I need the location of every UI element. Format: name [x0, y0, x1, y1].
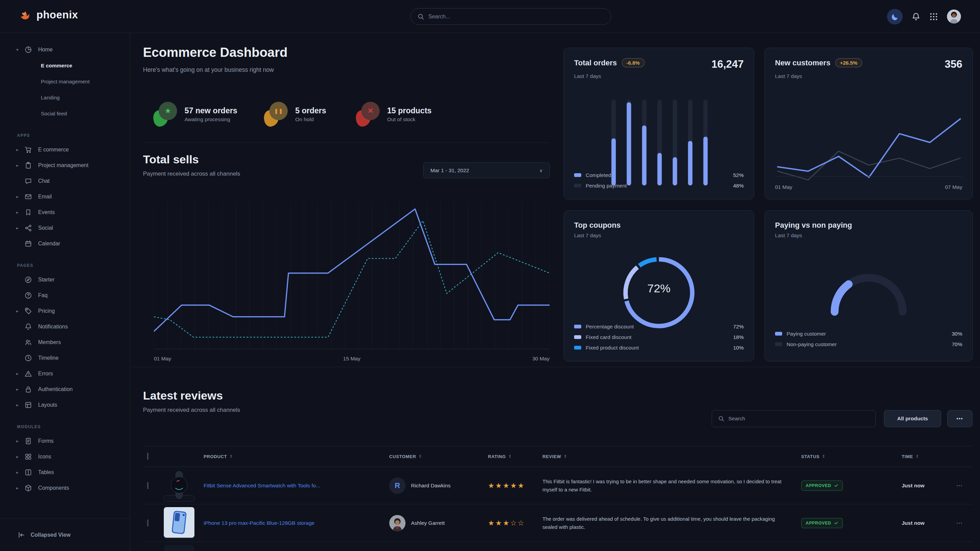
total-sells-x-labels: 01 May 15 May 30 May [154, 356, 550, 362]
legend-row: Pending payment 48% [574, 180, 744, 191]
caret-right-icon: ▸ [16, 454, 24, 459]
sidebar-subitem-social-feed[interactable]: Social feed [16, 105, 130, 122]
table-row: iPhone 13 pro max-Pacific Blue-128GB sto… [143, 504, 972, 542]
product-thumbnail[interactable] [164, 533, 195, 539]
caret-down-icon: ▾ [16, 47, 24, 52]
rating-stars: ★★★★★ [488, 481, 542, 490]
apps-grid-icon[interactable] [929, 12, 938, 21]
stat-label: Awating processing [185, 116, 237, 122]
sidebar-item-home[interactable]: ▾ Home [16, 42, 130, 57]
box-icon [24, 484, 32, 492]
sidebar-item-label: Forms [38, 438, 54, 444]
legend-chip [775, 342, 782, 346]
sidebar-item-errors[interactable]: ▸ Errors [16, 366, 130, 381]
legend-label: Fixed card discount [586, 334, 631, 340]
paying-vs-nonpaying-card: Paying vs non paying Last 7 days Paying … [764, 210, 973, 361]
sidebar-subitem-e-commerce[interactable]: E commerce [16, 57, 130, 73]
global-search-input[interactable] [428, 14, 604, 20]
row-checkbox[interactable] [147, 482, 148, 489]
sidebar-item-members[interactable]: Members [16, 335, 130, 350]
sidebar-item-authentication[interactable]: ▸ Authentication [16, 381, 130, 397]
legend-row: Completed 52% [574, 170, 744, 180]
user-avatar[interactable] [947, 10, 961, 24]
paying-gauge-chart [816, 259, 921, 319]
new-customers-card: New customers +26.5% 356 Last 7 days 01 … [764, 48, 973, 199]
sidebar-item-events[interactable]: ▸ Events [16, 205, 130, 220]
sidebar-item-icons[interactable]: ▸ Icons [16, 449, 130, 465]
sidebar-item-layouts[interactable]: ▸ Layouts [16, 397, 130, 413]
stat-value: 5 orders [295, 105, 326, 116]
brand-logo[interactable]: phoenix [19, 8, 78, 22]
star-badge-icon: ★ [153, 102, 178, 126]
sidebar-item-email[interactable]: ▸ Email [16, 189, 130, 205]
legend-value: 10% [733, 345, 744, 351]
sidebar-item-e-commerce[interactable]: ▸ E commerce [16, 142, 130, 157]
sidebar-item-timeline[interactable]: Timeline [16, 350, 130, 366]
notifications-bell-icon[interactable] [912, 12, 920, 21]
reviews-table: PRODUCT▲▼CUSTOMER▲▼RATING▲▼REVIEW▲▼STATU… [143, 446, 972, 551]
sidebar-item-calendar[interactable]: Calendar [16, 236, 130, 251]
legend-value: 70% [952, 341, 962, 348]
total-orders-card: Total orders -6.8% 16,247 Last 7 days Co… [563, 48, 754, 199]
row-actions-button[interactable]: ⋯ [956, 481, 972, 489]
sidebar-item-components[interactable]: ▸ Components [16, 480, 130, 496]
review-time: Just now [902, 483, 956, 489]
sidebar-subitem-landing[interactable]: Landing [16, 89, 130, 105]
row-actions-button[interactable]: ⋯ [956, 519, 972, 527]
reviews-search[interactable] [712, 410, 876, 427]
global-search[interactable] [410, 8, 611, 25]
sidebar-item-notifications[interactable]: Notifications [16, 319, 130, 335]
file-icon [24, 437, 32, 445]
users-icon [24, 339, 32, 346]
sort-icon[interactable]: ▲▼ [229, 454, 232, 459]
reviews-search-input[interactable] [729, 416, 869, 422]
sidebar-collapse-toggle[interactable]: Collapsed View [0, 518, 130, 551]
theme-toggle-moon-icon[interactable] [887, 9, 903, 24]
sidebar-item-forms[interactable]: ▸ Forms [16, 433, 130, 449]
sidebar-section-label: PAGES [17, 263, 130, 268]
chevron-down-icon: ∨ [539, 168, 543, 173]
legend-chip [574, 325, 581, 329]
grid4-icon [24, 453, 32, 460]
row-checkbox[interactable] [147, 519, 148, 527]
sidebar-item-tables[interactable]: ▸ Tables [16, 465, 130, 480]
column-header-review[interactable]: REVIEW▲▼ [542, 454, 801, 459]
sidebar-item-chat[interactable]: Chat [16, 173, 130, 189]
sidebar-item-starter[interactable]: Starter [16, 272, 130, 287]
date-range-select[interactable]: Mar 1 - 31, 2022 ∨ [423, 162, 550, 178]
sort-icon[interactable]: ▲▼ [564, 454, 567, 459]
table-row [143, 542, 972, 551]
sidebar-item-label: Home [38, 47, 53, 53]
legend-label: Percentage discount [586, 324, 634, 330]
sidebar-item-label: Timeline [38, 355, 59, 361]
legend-chip [775, 332, 782, 335]
collapse-arrow-icon [18, 531, 25, 539]
sort-icon[interactable]: ▲▼ [822, 454, 826, 459]
column-header-customer[interactable]: CUSTOMER▲▼ [389, 454, 488, 459]
reviews-more-button[interactable]: ⋯ [947, 410, 972, 427]
select-all-checkbox[interactable] [147, 453, 148, 460]
all-products-button[interactable]: All products [884, 410, 941, 427]
date-range-value: Mar 1 - 31, 2022 [430, 167, 469, 173]
sidebar-item-pricing[interactable]: ▸ Pricing [16, 303, 130, 319]
column-header-product[interactable]: PRODUCT▲▼ [204, 454, 389, 459]
share-icon [24, 224, 32, 232]
column-header-time[interactable]: TIME▲▼ [902, 454, 956, 459]
sidebar-item-project-management[interactable]: ▸ Project management [16, 157, 130, 173]
sort-icon[interactable]: ▲▼ [916, 454, 919, 459]
main-content: Ecommerce Dashboard Here's what's going … [130, 33, 980, 551]
sidebar-item-faq[interactable]: Faq [16, 287, 130, 303]
product-thumbnail[interactable] [164, 495, 195, 502]
page-subtitle: Here's what's going on at your business … [143, 67, 274, 73]
product-link[interactable]: iPhone 13 pro max-Pacific Blue-128GB sto… [204, 520, 389, 526]
sort-icon[interactable]: ▲▼ [419, 454, 422, 459]
sidebar-item-social[interactable]: ▸ Social [16, 220, 130, 236]
sort-icon[interactable]: ▲▼ [508, 454, 511, 459]
search-icon [417, 13, 424, 20]
legend-label: Paying customer [787, 331, 826, 337]
product-link[interactable]: Fitbit Sense Advanced Smartwatch with To… [204, 483, 389, 489]
stat-item: ✕ 15 products Out of stock [356, 100, 431, 128]
column-header-rating[interactable]: RATING▲▼ [488, 454, 542, 459]
column-header-status[interactable]: STATUS▲▼ [801, 454, 902, 459]
sidebar-subitem-project-management[interactable]: Project management [16, 73, 130, 89]
